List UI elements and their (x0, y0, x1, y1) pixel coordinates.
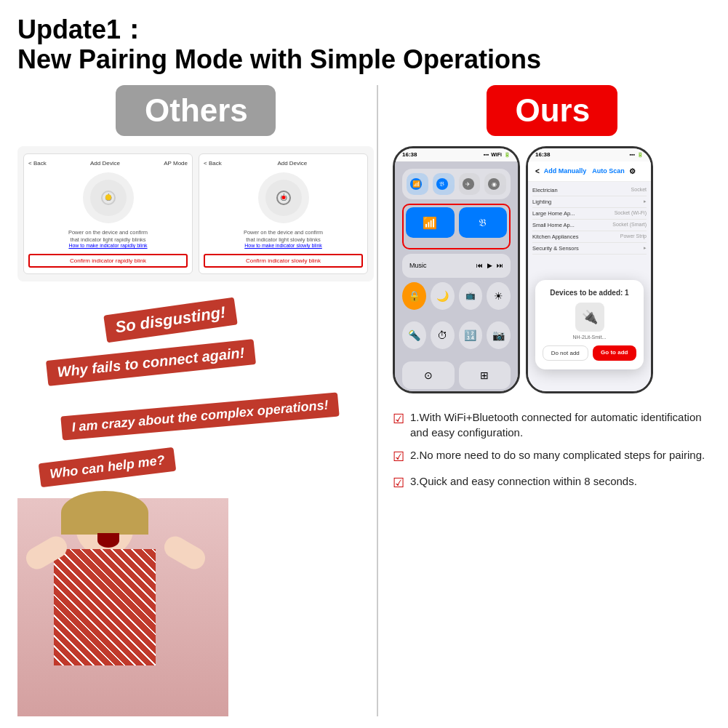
panel-divider (377, 85, 378, 716)
add-device-popup: Devices to be added: 1 🔌 NH-2Lit-Smit...… (535, 280, 644, 369)
settings-icon[interactable]: ⚙ (629, 167, 636, 175)
bottom-controls: ⊙ ⊞ (402, 361, 511, 393)
device-screenshots-row: < Back Add Device AP Mode ⏻ Power on the… (17, 146, 374, 282)
popup-title: Devices to be added: 1 (543, 289, 636, 297)
category-large-home[interactable]: Large Home Ap... Socket (Wi-Fi) (532, 208, 647, 220)
device-name: NH-2Lit-Smit... (573, 335, 607, 340)
bubble-4: Who can help me? (39, 447, 177, 488)
next-icon[interactable]: ⏭ (497, 262, 503, 269)
do-not-add-button[interactable]: Do not add (543, 345, 588, 361)
category-name: Security & Sensors (532, 245, 579, 252)
back-btn-1: < Back (28, 160, 47, 167)
main-content: Others < Back Add Device AP Mode ⏻ (17, 85, 711, 716)
status-bar-right: 16:38 ▪▪▪ 🔋 (528, 148, 651, 161)
category-security[interactable]: Security & Sensors ▸ (532, 243, 647, 255)
category-name: Large Home Ap... (532, 210, 575, 217)
category-small-home[interactable]: Small Home Ap... Socket (Smart) (532, 220, 647, 231)
right-panel: Ours 16:38 ▪▪▪ WiFi 🔋 (381, 85, 711, 716)
category-sub: Socket (Smart) (612, 222, 647, 228)
battery-icon-right: 🔋 (637, 152, 644, 158)
indicator-link-2[interactable]: How to make indicator slowly blink (244, 243, 322, 248)
prev-icon[interactable]: ⏮ (476, 262, 483, 269)
checkbox-icon-2: ☑ (393, 448, 404, 466)
bubble-1: So disgusting! (103, 297, 237, 343)
device-caption-2: Power on the device and confirmthat indi… (244, 229, 323, 244)
feature-item-3: ☑ 3.Quick and easy connection within 8 s… (393, 473, 711, 492)
wifi-item: 📶 (407, 173, 428, 196)
cellular-icon: ✈ (463, 178, 474, 190)
indicator-dot-2 (281, 196, 285, 199)
bubble-2: Why fails to connect again! (46, 339, 256, 386)
status-icons: ▪▪▪ WiFi 🔋 (484, 152, 511, 158)
connectivity-row: 📶 𝔅 ✈ ◉ (402, 169, 511, 200)
status-bar-left: 16:38 ▪▪▪ WiFi 🔋 (395, 148, 518, 161)
features-list: ☑ 1.With WiFi+Bluetooth connected for au… (393, 409, 711, 500)
device-circle-2: ⏻ (258, 172, 309, 223)
controls-grid-2: 🔦 ⏱ 🔢 📷 (402, 321, 511, 357)
title-line1: Update1： (17, 15, 147, 44)
qr-icon[interactable]: ⊞ (459, 361, 511, 389)
brightness-icon[interactable]: ☀ (487, 282, 511, 310)
lock-icon[interactable]: 🔒 (402, 282, 426, 310)
cellular-item: ✈ (459, 173, 481, 196)
category-sub: ▸ (644, 199, 647, 205)
music-controls: ⏮ ▶ ⏭ (476, 262, 503, 269)
category-name: Electrician (532, 187, 558, 193)
category-sub: Socket (631, 187, 647, 193)
status-icons-right: ▪▪▪ 🔋 (630, 152, 644, 158)
calculator-icon[interactable]: 🔢 (459, 321, 483, 349)
device-screenshot-1: < Back Add Device AP Mode ⏻ Power on the… (23, 153, 193, 275)
moon-icon[interactable]: 🌙 (431, 282, 455, 310)
category-name: Small Home Ap... (532, 222, 575, 228)
feature-text-1: 1.With WiFi+Bluetooth connected for auto… (410, 409, 711, 440)
back-arrow[interactable]: < (535, 167, 540, 175)
back-btn-2: < Back (204, 160, 222, 167)
page-container: Update1： New Pairing Mode with Simple Op… (0, 0, 728, 728)
auto-scan-tab[interactable]: Auto Scan (592, 167, 625, 175)
device-icon: 🔌 (575, 303, 604, 332)
confirm-btn-1[interactable]: Confirm indicator rapidly blink (28, 254, 188, 268)
status-time: 16:38 (402, 151, 417, 158)
category-sub: ▸ (644, 245, 647, 252)
status-time-right: 16:38 (535, 151, 550, 158)
tuya-header: < Add Manually Auto Scan ⚙ (528, 161, 651, 182)
scan-icon[interactable]: ⊙ (402, 361, 455, 389)
bubble-3: I am crazy about the complex operations! (60, 393, 340, 441)
confirm-btn-2[interactable]: Confirm indicator slowly blink (204, 254, 363, 268)
bluetooth-toggle[interactable]: 𝔅 (459, 207, 508, 238)
wifi-status-icon: WiFi (491, 152, 502, 157)
category-name: Lighting (532, 199, 551, 205)
title-line2: New Pairing Mode with Simple Operations (17, 44, 541, 74)
wifi-toggle[interactable]: 📶 (406, 207, 455, 238)
screen-mirror-icon[interactable]: 📺 (459, 282, 483, 310)
signal-icon: ▪▪▪ (484, 152, 489, 157)
phone-right: 16:38 ▪▪▪ 🔋 < Add Manually Auto Scan (526, 146, 653, 393)
bluetooth-item: 𝔅 (433, 173, 455, 196)
go-to-add-button[interactable]: Go to add (593, 345, 637, 361)
popup-actions: Do not add Go to add (543, 345, 636, 361)
wifi-bt-highlighted: 📶 𝔅 (402, 204, 511, 249)
flashlight-icon[interactable]: 🔦 (402, 321, 426, 349)
device-caption-1: Power on the device and confirmthat indi… (68, 229, 148, 244)
ap-mode-label: AP Mode (164, 160, 188, 167)
indicator-link-1[interactable]: How to make indicator rapidly blink (68, 243, 147, 248)
tuya-tabs: Add Manually Auto Scan (544, 167, 625, 175)
indicator-dot-1 (105, 194, 111, 200)
screenshot2-header: < Back Add Device (204, 160, 363, 167)
feature-item-2: ☑ 2.No more need to do so many complicat… (393, 447, 711, 466)
category-electrician[interactable]: Electrician Socket (532, 185, 647, 196)
camera-icon[interactable]: 📷 (487, 321, 511, 349)
checkbox-icon-3: ☑ (393, 474, 404, 492)
add-manually-tab[interactable]: Add Manually (544, 167, 587, 175)
timer-icon[interactable]: ⏱ (431, 321, 455, 349)
add-device-label-2: Add Device (277, 160, 307, 167)
feature-text-3: 3.Quick and easy connection within 8 sec… (410, 473, 637, 489)
controls-grid-1: 🔒 🌙 📺 ☀ (402, 282, 511, 318)
category-kitchen[interactable]: Kitchen Appliances Power Strip (532, 231, 647, 243)
category-name: Kitchen Appliances (532, 233, 578, 240)
music-label: Music (409, 262, 427, 269)
category-lighting[interactable]: Lighting ▸ (532, 196, 647, 208)
play-icon[interactable]: ▶ (487, 262, 492, 269)
left-panel: Others < Back Add Device AP Mode ⏻ (17, 85, 374, 716)
phone-screenshots-row: 16:38 ▪▪▪ WiFi 🔋 📶 (393, 146, 711, 393)
